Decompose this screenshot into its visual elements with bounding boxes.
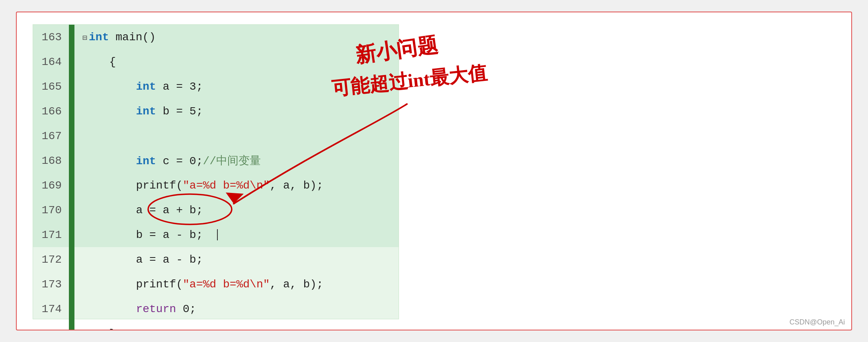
comment: //中间变量: [203, 155, 261, 167]
string-literal: "a=%d b=%d\n": [183, 179, 270, 192]
code-text: [82, 81, 136, 93]
gutter: [69, 173, 74, 198]
code-row: 171 b = a - b;: [33, 222, 399, 247]
code-row: 172 a = a - b;: [33, 247, 399, 272]
code-row: 164 {: [33, 49, 399, 74]
code-text: (: [176, 278, 183, 291]
code-text: {: [82, 56, 116, 68]
function-name: printf: [136, 278, 176, 291]
gutter: [69, 272, 74, 297]
code-text: a = 3;: [156, 81, 203, 93]
code-content: int b = 5;: [74, 105, 399, 118]
code-text: c = 0;: [156, 155, 203, 167]
gutter: [69, 222, 74, 247]
line-number: 163: [33, 31, 69, 43]
code-row: 166 int b = 5;: [33, 99, 399, 124]
gutter: [69, 25, 74, 49]
code-text: }: [82, 328, 116, 331]
line-number: 171: [33, 229, 69, 241]
code-text: b = 5;: [156, 105, 203, 118]
code-text: b = a - b;: [82, 229, 216, 241]
function-name: printf: [136, 179, 176, 192]
gutter: [69, 297, 74, 321]
code-text: [82, 155, 136, 167]
code-content: printf("a=%d b=%d\n", a, b);: [74, 179, 399, 192]
return-keyword: return: [82, 303, 176, 315]
code-row: 168 int c = 0;//中间变量: [33, 148, 399, 173]
line-number: 175: [33, 328, 69, 331]
gutter: [69, 49, 74, 74]
string-literal: "a=%d b=%d\n": [183, 278, 270, 291]
gutter: [69, 198, 74, 222]
code-row: 170 a = a + b;: [33, 198, 399, 222]
code-content: ⊟int main(): [74, 31, 399, 43]
code-text: a =: [82, 204, 163, 216]
line-number: 172: [33, 254, 69, 266]
code-text: , a, b);: [270, 278, 323, 291]
line-number: 164: [33, 56, 69, 68]
gutter: [69, 321, 74, 330]
code-text: , a, b);: [270, 179, 323, 192]
code-text: (: [176, 179, 183, 192]
keyword: int: [136, 155, 156, 167]
watermark: CSDN@Open_Ai: [790, 318, 845, 326]
line-number: 165: [33, 81, 69, 93]
line-number: 173: [33, 278, 69, 291]
code-text: [82, 179, 136, 192]
code-content: a = a - b;: [74, 254, 399, 266]
code-text: a = a - b;: [82, 254, 203, 266]
line-number: 174: [33, 303, 69, 315]
line-number: 169: [33, 179, 69, 192]
code-row: 174 return 0;: [33, 297, 399, 321]
code-row: 163⊟int main(): [33, 25, 399, 49]
line-number: 168: [33, 155, 69, 167]
gutter: [69, 99, 74, 124]
circled-code: a + b;: [163, 204, 203, 216]
code-content: a = a + b;: [74, 204, 399, 216]
code-content: printf("a=%d b=%d\n", a, b);: [74, 278, 399, 291]
gutter: [69, 247, 74, 272]
line-number: 166: [33, 105, 69, 118]
code-content: {: [74, 56, 399, 68]
keyword: int: [136, 105, 156, 118]
code-content: int c = 0;//中间变量: [74, 153, 399, 168]
code-row: 167: [33, 124, 399, 148]
line-number: 167: [33, 130, 69, 142]
code-row: 169 printf("a=%d b=%d\n", a, b);: [33, 173, 399, 198]
code-text: [82, 105, 136, 118]
main-container: 163⊟int main()164 {165 int a = 3;166 int…: [16, 12, 852, 330]
code-content: }: [74, 328, 399, 331]
gutter: [69, 124, 74, 148]
gutter: [69, 148, 74, 173]
code-block: 163⊟int main()164 {165 int a = 3;166 int…: [33, 24, 399, 319]
code-row: 175 }: [33, 321, 399, 330]
line-number: 170: [33, 204, 69, 216]
keyword: int: [136, 81, 156, 93]
code-text: main(): [109, 31, 156, 43]
code-row: 173 printf("a=%d b=%d\n", a, b);: [33, 272, 399, 297]
code-text: 0;: [176, 303, 196, 315]
code-content: b = a - b;: [74, 229, 399, 241]
keyword: int: [89, 31, 109, 43]
code-text: [82, 278, 136, 291]
cursor: [217, 229, 218, 240]
gutter: [69, 74, 74, 99]
code-content: return 0;: [74, 303, 399, 315]
code-lines: 163⊟int main()164 {165 int a = 3;166 int…: [33, 25, 399, 330]
